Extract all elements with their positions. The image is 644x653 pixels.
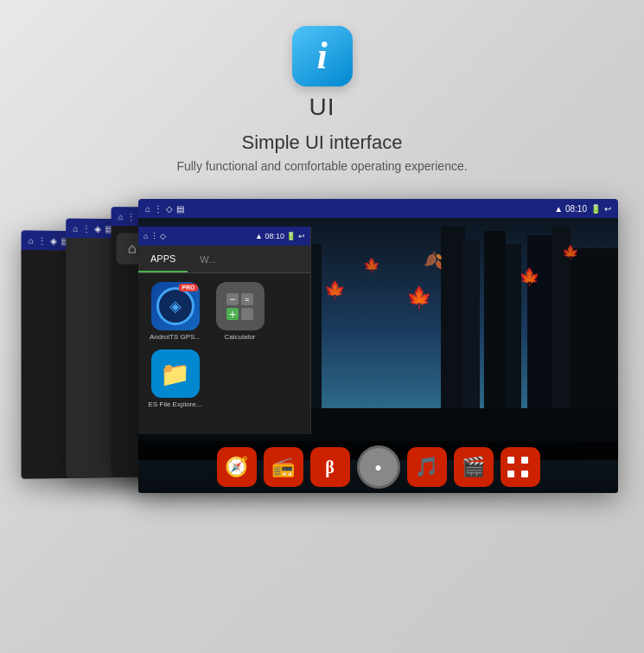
dock-bluetooth[interactable]: β <box>310 447 350 487</box>
app-icon: i <box>292 26 353 86</box>
bottom-dock: 🧭 📻 β ● 🎵 🎬 <box>138 441 618 493</box>
dock-video[interactable]: 🎬 <box>454 447 494 487</box>
svg-text:🍂: 🍂 <box>424 251 443 270</box>
svg-rect-13 <box>484 231 506 426</box>
svg-rect-11 <box>441 227 465 426</box>
app-files[interactable]: 📁 ES File Explore... <box>147 349 203 408</box>
dock-radio[interactable]: 📻 <box>264 447 303 487</box>
apps-panel: ⌂ ⋮ ◇ ▲ 08:10 🔋 ↩ APPS W... ◈ PRO Androi… <box>138 227 311 434</box>
icon-letter: i <box>316 37 327 75</box>
app-calculator[interactable]: − = + Calculator <box>212 282 268 341</box>
dock-compass[interactable]: 🧭 <box>217 447 257 487</box>
svg-text:🍁: 🍁 <box>324 279 346 300</box>
headline: Simple UI interface <box>242 131 403 154</box>
dock-dial[interactable]: ● <box>357 445 400 489</box>
svg-rect-15 <box>527 235 553 426</box>
svg-text:🍁: 🍁 <box>562 244 579 260</box>
svg-text:🍁: 🍁 <box>363 257 380 273</box>
subheadline: Fully functional and comfortable operati… <box>176 159 467 173</box>
svg-rect-12 <box>462 240 480 426</box>
svg-text:🍁: 🍁 <box>406 285 432 310</box>
svg-text:🍁: 🍁 <box>519 266 540 287</box>
dock-apps-grid[interactable] <box>501 447 540 487</box>
status-bar-4: ⌂ ⋮ ◇ ▤ ▲ 08:10 🔋 ↩ <box>138 199 618 218</box>
top-section: i UI Simple UI interface Fully functiona… <box>0 0 644 190</box>
app-title: UI <box>309 93 335 121</box>
svg-rect-17 <box>571 248 618 426</box>
app-gps[interactable]: ◈ PRO AndroiTS GPS... <box>147 282 203 341</box>
dock-music[interactable]: 🎵 <box>407 447 447 487</box>
screens-container: ⌂ ⋮ ◈ ▤ ▲ 08:05 🔋 ↩ ⌂ ⋮ ◈ ▤ ▲ 08:04 <box>0 199 644 571</box>
